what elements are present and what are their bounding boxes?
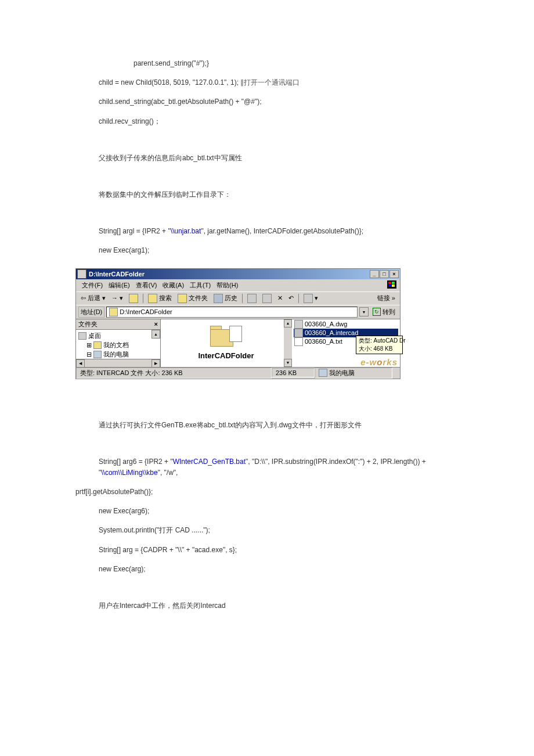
menu-edit[interactable]: 编辑(E) bbox=[106, 280, 132, 290]
file-name: 003660_A.txt bbox=[305, 338, 342, 345]
moveto-button[interactable] bbox=[245, 293, 259, 304]
scroll-down-button[interactable]: ▼ bbox=[284, 359, 292, 367]
code-line: parent.send_string("#");} bbox=[75, 58, 459, 69]
code-line: new Exec(arg6); bbox=[75, 506, 459, 517]
search-icon bbox=[148, 294, 157, 303]
folder-info-pane: InterCADFolder ▲ ▼ bbox=[161, 319, 292, 367]
file-list-pane: 003660_A.dwg 003660_A.intercad 003660_A.… bbox=[292, 319, 400, 367]
titlebar[interactable]: D:\InterCADFolder _ □ × bbox=[76, 269, 400, 279]
up-button[interactable] bbox=[127, 293, 140, 304]
pane-close-button[interactable]: × bbox=[154, 321, 158, 327]
intercad-icon bbox=[294, 329, 303, 337]
menubar: 文件(F) 编辑(E) 查看(V) 收藏(A) 工具(T) 帮助(H) bbox=[76, 279, 400, 291]
pc-icon bbox=[319, 369, 327, 377]
copyto-icon bbox=[262, 294, 272, 303]
paragraph: 父接收到子传来的信息后向abc_btl.txt中写属性 bbox=[75, 153, 459, 164]
scroll-right-button[interactable]: ▶ bbox=[151, 359, 160, 367]
scroll-up-button[interactable]: ▲ bbox=[284, 319, 292, 327]
history-icon bbox=[214, 294, 223, 303]
close-button[interactable]: × bbox=[389, 270, 399, 278]
paragraph: 通过执行可执行文件GenTB.exe将abc_btl.txt的内容写入到.dwg… bbox=[75, 420, 459, 431]
code-line: new Exec(arg1); bbox=[75, 245, 459, 256]
tree-item-mydocs[interactable]: ⊞ 我的文档 bbox=[78, 341, 158, 350]
menu-tools[interactable]: 工具(T) bbox=[187, 280, 213, 290]
go-button[interactable]: ↻ 转到 bbox=[370, 307, 398, 317]
address-label: 地址(D) bbox=[78, 307, 104, 318]
folder-icon bbox=[178, 294, 187, 303]
file-item-dwg[interactable]: 003660_A.dwg bbox=[294, 320, 398, 329]
window-controls: _ □ × bbox=[370, 270, 399, 278]
code-line: System.out.println("打开 CAD ......"); bbox=[75, 525, 459, 536]
code-line: String[] arg6 = {IPR2 + "WInterCAD_GenTB… bbox=[75, 456, 459, 478]
separator bbox=[298, 294, 299, 303]
scroll-left-button[interactable]: ◀ bbox=[76, 359, 85, 367]
h-scrollbar[interactable]: ◀ ▶ bbox=[76, 359, 160, 367]
history-button[interactable]: 历史 bbox=[211, 293, 240, 304]
folders-button[interactable]: 文件夹 bbox=[175, 293, 210, 304]
code-line: prtf[i].getAbsolutePath()}; bbox=[75, 487, 459, 498]
copyto-button[interactable] bbox=[260, 293, 274, 304]
tooltip-line: 类型: AutoCAD Dr bbox=[359, 337, 406, 344]
views-icon bbox=[304, 294, 313, 303]
menu-fav[interactable]: 收藏(A) bbox=[160, 280, 186, 290]
pane-header: 文件夹 × bbox=[76, 319, 160, 330]
menu-help[interactable]: 帮助(H) bbox=[214, 280, 240, 290]
status-text: 我的电脑 bbox=[329, 369, 355, 377]
views-button[interactable]: ▾ bbox=[301, 293, 320, 304]
explorer-body: 文件夹 × ▲ 桌面 ⊞ 我的文档 ⊟ 我的电脑 ◀ ▶ bbox=[76, 319, 400, 367]
tooltip: 类型: AutoCAD Dr 大小: 468 KB bbox=[356, 336, 403, 354]
minimize-button[interactable]: _ bbox=[370, 270, 379, 278]
spacer bbox=[75, 208, 459, 226]
label: 我的电脑 bbox=[103, 350, 129, 359]
pc-icon bbox=[93, 351, 102, 358]
code-path: WInterCAD_GenTB.bat bbox=[173, 458, 246, 466]
separator bbox=[242, 294, 243, 303]
status-bar: 类型: INTERCAD 文件 大小: 236 KB 236 KB 我的电脑 bbox=[76, 367, 400, 379]
code-text: String[] argl = {IPR2 + " bbox=[99, 227, 171, 235]
folder-tree: 桌面 ⊞ 我的文档 ⊟ 我的电脑 bbox=[76, 330, 160, 361]
code-path: \\com\\LiMing\\kbe bbox=[101, 469, 157, 477]
dwg-icon bbox=[294, 320, 303, 329]
menu-view[interactable]: 查看(V) bbox=[134, 280, 160, 290]
menu-label: 文件(F) bbox=[82, 282, 103, 289]
code-line: new Exec(arg); bbox=[75, 564, 459, 575]
folder-display: InterCADFolder bbox=[198, 326, 254, 360]
scroll-up-button[interactable]: ▲ bbox=[151, 330, 160, 339]
menu-file[interactable]: 文件(F) bbox=[80, 280, 105, 290]
maximize-button[interactable]: □ bbox=[380, 270, 389, 278]
pane-title: 文件夹 bbox=[78, 320, 98, 329]
file-name: 003660_A.intercad bbox=[305, 329, 358, 336]
code-line: child = new Child(5018, 5019, "127.0.0.1… bbox=[75, 77, 459, 88]
code-comment: ∥打开一个通讯端口 bbox=[240, 78, 300, 87]
undo-button[interactable]: ↶ bbox=[286, 294, 296, 303]
file-name: 003660_A.dwg bbox=[305, 321, 347, 327]
label: 文件夹 bbox=[189, 294, 208, 303]
scroll-track[interactable] bbox=[85, 359, 151, 367]
status-size: 236 KB bbox=[272, 368, 315, 377]
app-icon bbox=[77, 269, 86, 279]
forward-button[interactable]: → ▾ bbox=[109, 294, 125, 303]
v-scrollbar[interactable]: ▲ ▼ bbox=[284, 319, 291, 367]
paragraph: 用户在Intercad中工作，然后关闭Intercad bbox=[75, 600, 459, 611]
code-line: child.recv_string()； bbox=[75, 116, 459, 127]
toolbar: ⇦ 后退 ▾ → ▾ 搜索 文件夹 历史 ✕ ↶ ▾ 链接 » bbox=[76, 291, 400, 305]
code-line: String[] arg = {CADPR + "\\" + "acad.exe… bbox=[75, 545, 459, 556]
delete-button[interactable]: ✕ bbox=[275, 294, 285, 303]
tree-item-desktop[interactable]: 桌面 bbox=[78, 332, 158, 340]
svg-rect-2 bbox=[388, 285, 391, 287]
wm: rks bbox=[383, 357, 398, 367]
back-button[interactable]: ⇦ 后退 ▾ bbox=[78, 293, 108, 303]
menu-label: 收藏(A) bbox=[163, 282, 184, 289]
spacer bbox=[75, 583, 459, 600]
address-dropdown[interactable]: ▼ bbox=[359, 307, 369, 316]
code-text: child = new Child(5018, 5019, "127.0.0.1… bbox=[99, 78, 240, 87]
go-label: 转到 bbox=[383, 308, 395, 316]
search-button[interactable]: 搜索 bbox=[146, 293, 174, 304]
code-path: \\unjar.bat bbox=[171, 227, 201, 235]
tree-item-mypc[interactable]: ⊟ 我的电脑 bbox=[78, 350, 158, 359]
address-input[interactable]: D:\InterCADFolder bbox=[106, 307, 358, 318]
menu-label: 帮助(H) bbox=[217, 282, 238, 289]
status-location: 我的电脑 bbox=[315, 368, 392, 379]
links-button[interactable]: 链接 » bbox=[375, 293, 398, 303]
docs-icon bbox=[93, 341, 102, 349]
